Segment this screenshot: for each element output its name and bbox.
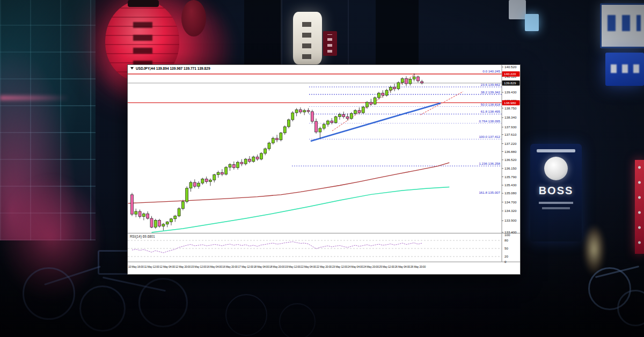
bear-candle <box>158 220 161 226</box>
time-axis-label: 26 May 20:00 <box>411 265 426 268</box>
support-trendline-blue <box>311 103 441 141</box>
time-axis-label: 12 May 04:00 <box>159 265 175 268</box>
bull-candle <box>252 157 255 162</box>
ma-slow-red <box>128 163 450 203</box>
bull-candle <box>174 216 177 219</box>
bicycle-wheel <box>279 303 316 337</box>
time-axis-label: 24 May 20:00 <box>363 265 379 268</box>
bull-candle <box>170 219 173 222</box>
bear-candle <box>342 114 345 116</box>
price-badge-text: 138.980 <box>504 101 516 105</box>
bull-candle <box>142 214 145 216</box>
bull-candle <box>374 98 376 104</box>
vending-machine-top-bar <box>537 149 575 152</box>
time-axis-label: 16 May 20:00 <box>222 265 238 268</box>
price-axis-label: 138.340 <box>504 115 517 119</box>
bear-candle <box>315 121 318 132</box>
bull-candle <box>213 175 216 180</box>
bull-candle <box>189 182 192 188</box>
chart-title: USDJPY,H4 139.894 139.967 139.771 139.82… <box>136 67 210 71</box>
rsi-axis-label: 80 <box>504 238 508 242</box>
bear-candle <box>240 162 243 164</box>
fib-level-label: 161.8 135.007 <box>479 191 500 194</box>
time-axis-label: 22 May 04:00 <box>301 265 316 268</box>
bull-candle <box>166 222 169 224</box>
bull-candle <box>244 159 247 164</box>
time-axis-label: 18 May 20:00 <box>269 265 285 268</box>
bull-candle <box>260 153 262 159</box>
bear-candle <box>205 179 208 181</box>
bull-candle <box>217 172 219 174</box>
bull-candle <box>181 202 184 209</box>
price-axis-label: 138.750 <box>504 106 517 110</box>
bear-candle <box>370 102 372 104</box>
bull-candle <box>385 90 388 96</box>
bear-candle <box>276 138 279 140</box>
bicycle-wheel <box>225 294 267 336</box>
bear-candle <box>248 159 251 162</box>
price-chart-svg[interactable]: 0.0 140.24523.6 139.66238.2 139.34250.0 … <box>128 65 520 274</box>
price-axis-label: 140.520 <box>504 65 517 69</box>
bear-candle <box>147 214 149 218</box>
trading-chart-window[interactable]: 0.0 140.24523.6 139.66238.2 139.34250.0 … <box>127 64 521 275</box>
bull-candle <box>413 77 415 79</box>
bear-candle <box>346 116 349 118</box>
time-axis-label: 26 May 04:00 <box>394 265 410 268</box>
bear-candle <box>221 172 223 174</box>
time-axis-label: 10 May 16:00 <box>128 265 144 268</box>
bull-candle <box>303 111 306 112</box>
bear-candle <box>299 109 302 112</box>
bear-candle <box>193 182 196 186</box>
lantern-cap <box>128 0 159 7</box>
bull-candle <box>186 188 188 202</box>
price-axis-label: 136.880 <box>504 150 517 153</box>
fib-level-label: 61.8 138.495 <box>481 109 501 113</box>
bear-candle <box>311 112 313 121</box>
bull-candle <box>354 111 357 114</box>
rsi-line <box>132 242 422 253</box>
bull-candle <box>350 113 353 119</box>
bear-candle <box>405 79 408 84</box>
time-axis-label: 15 May 12:00 <box>191 265 207 268</box>
time-axis-label: 24 May 04:00 <box>348 265 363 268</box>
price-axis-label: 136.150 <box>504 166 517 170</box>
bull-candle <box>366 102 369 107</box>
symbol-dropdown-icon[interactable] <box>130 67 134 70</box>
price-axis-label: 134.700 <box>504 200 517 204</box>
bull-candle <box>334 116 337 122</box>
rsi-axis-label: 100 <box>504 233 510 237</box>
bear-candle <box>416 77 419 81</box>
bull-candle <box>280 133 282 140</box>
minor-trendline-red-dashed <box>420 92 463 115</box>
small-cyan-sign <box>525 14 539 31</box>
price-axis-label: 136.520 <box>504 158 517 162</box>
bear-candle <box>256 157 259 159</box>
bear-candle <box>421 82 423 83</box>
rsi-axis-label: 20 <box>504 254 508 258</box>
bear-candle <box>307 111 310 112</box>
bull-candle <box>409 79 412 84</box>
price-axis-label: 134.320 <box>504 209 517 213</box>
rsi-axis-label: 0 <box>504 260 507 263</box>
red-vertical-sign <box>635 160 644 254</box>
bull-candle <box>197 183 200 186</box>
price-axis-label: 135.430 <box>504 183 517 187</box>
bull-candle <box>225 167 228 174</box>
fib-level-label: 1.236 136.258 <box>479 162 500 165</box>
bull-candle <box>268 143 270 149</box>
fib-level-label: 100.0 137.412 <box>479 135 500 138</box>
bear-candle <box>138 211 141 217</box>
lantern-calligraphy <box>133 20 152 67</box>
white-lantern-calligraphy <box>302 17 311 59</box>
bull-candle <box>209 180 212 182</box>
bear-candle <box>331 121 333 122</box>
rsi-indicator-label: RSI(14) 69.6801 <box>130 235 155 239</box>
bull-candle <box>201 179 204 183</box>
price-axis-label: 137.220 <box>504 142 517 145</box>
red-box-sign-text <box>327 34 332 53</box>
bull-candle <box>237 162 239 167</box>
fib-level-label: 38.2 139.342 <box>481 90 501 94</box>
bear-candle <box>232 165 235 168</box>
pink-neon-streak <box>0 96 70 100</box>
bicycle-wheel <box>23 267 75 320</box>
